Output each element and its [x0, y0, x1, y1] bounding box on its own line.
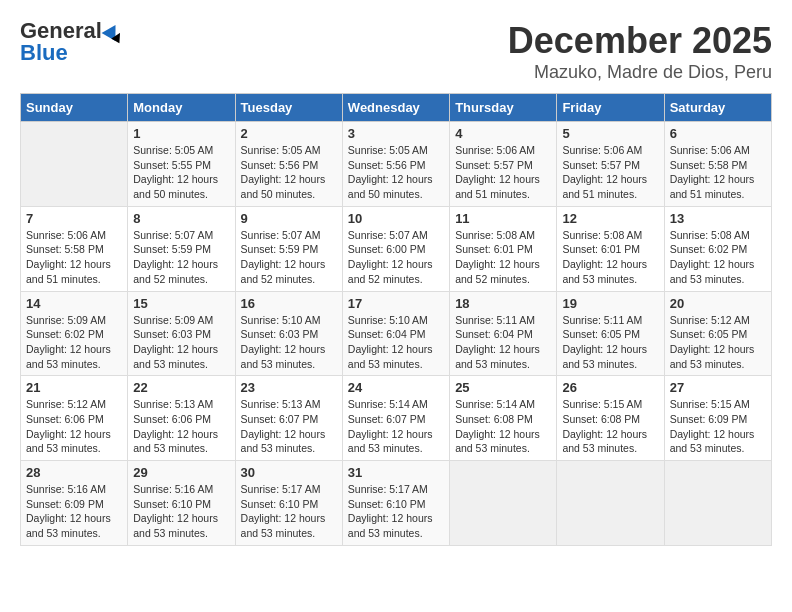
day-info: Sunrise: 5:05 AMSunset: 5:56 PMDaylight:… — [241, 143, 337, 202]
day-info: Sunrise: 5:16 AMSunset: 6:09 PMDaylight:… — [26, 482, 122, 541]
day-cell-12: 12Sunrise: 5:08 AMSunset: 6:01 PMDayligh… — [557, 206, 664, 291]
day-number: 28 — [26, 465, 122, 480]
day-cell-25: 25Sunrise: 5:14 AMSunset: 6:08 PMDayligh… — [450, 376, 557, 461]
day-cell-7: 7Sunrise: 5:06 AMSunset: 5:58 PMDaylight… — [21, 206, 128, 291]
day-number: 6 — [670, 126, 766, 141]
day-number: 13 — [670, 211, 766, 226]
day-cell-2: 2Sunrise: 5:05 AMSunset: 5:56 PMDaylight… — [235, 122, 342, 207]
weekday-header-wednesday: Wednesday — [342, 94, 449, 122]
day-cell-5: 5Sunrise: 5:06 AMSunset: 5:57 PMDaylight… — [557, 122, 664, 207]
day-number: 4 — [455, 126, 551, 141]
calendar-row-1: 1Sunrise: 5:05 AMSunset: 5:55 PMDaylight… — [21, 122, 772, 207]
day-cell-10: 10Sunrise: 5:07 AMSunset: 6:00 PMDayligh… — [342, 206, 449, 291]
day-info: Sunrise: 5:05 AMSunset: 5:55 PMDaylight:… — [133, 143, 229, 202]
day-cell-20: 20Sunrise: 5:12 AMSunset: 6:05 PMDayligh… — [664, 291, 771, 376]
day-cell-17: 17Sunrise: 5:10 AMSunset: 6:04 PMDayligh… — [342, 291, 449, 376]
weekday-header-row: SundayMondayTuesdayWednesdayThursdayFrid… — [21, 94, 772, 122]
month-title: December 2025 — [508, 20, 772, 62]
day-cell-22: 22Sunrise: 5:13 AMSunset: 6:06 PMDayligh… — [128, 376, 235, 461]
empty-cell — [557, 461, 664, 546]
day-info: Sunrise: 5:10 AMSunset: 6:03 PMDaylight:… — [241, 313, 337, 372]
logo-icon: ▲ — [102, 21, 123, 41]
day-number: 10 — [348, 211, 444, 226]
day-info: Sunrise: 5:08 AMSunset: 6:01 PMDaylight:… — [562, 228, 658, 287]
empty-cell — [21, 122, 128, 207]
day-info: Sunrise: 5:14 AMSunset: 6:07 PMDaylight:… — [348, 397, 444, 456]
day-info: Sunrise: 5:14 AMSunset: 6:08 PMDaylight:… — [455, 397, 551, 456]
day-info: Sunrise: 5:15 AMSunset: 6:09 PMDaylight:… — [670, 397, 766, 456]
day-number: 29 — [133, 465, 229, 480]
day-number: 20 — [670, 296, 766, 311]
day-info: Sunrise: 5:07 AMSunset: 5:59 PMDaylight:… — [133, 228, 229, 287]
day-number: 14 — [26, 296, 122, 311]
day-number: 7 — [26, 211, 122, 226]
day-info: Sunrise: 5:15 AMSunset: 6:08 PMDaylight:… — [562, 397, 658, 456]
day-info: Sunrise: 5:08 AMSunset: 6:01 PMDaylight:… — [455, 228, 551, 287]
day-info: Sunrise: 5:09 AMSunset: 6:03 PMDaylight:… — [133, 313, 229, 372]
day-cell-23: 23Sunrise: 5:13 AMSunset: 6:07 PMDayligh… — [235, 376, 342, 461]
day-info: Sunrise: 5:12 AMSunset: 6:06 PMDaylight:… — [26, 397, 122, 456]
day-info: Sunrise: 5:07 AMSunset: 6:00 PMDaylight:… — [348, 228, 444, 287]
day-info: Sunrise: 5:11 AMSunset: 6:04 PMDaylight:… — [455, 313, 551, 372]
day-number: 12 — [562, 211, 658, 226]
day-number: 11 — [455, 211, 551, 226]
day-info: Sunrise: 5:10 AMSunset: 6:04 PMDaylight:… — [348, 313, 444, 372]
day-number: 19 — [562, 296, 658, 311]
calendar-row-5: 28Sunrise: 5:16 AMSunset: 6:09 PMDayligh… — [21, 461, 772, 546]
day-cell-14: 14Sunrise: 5:09 AMSunset: 6:02 PMDayligh… — [21, 291, 128, 376]
day-number: 15 — [133, 296, 229, 311]
empty-cell — [450, 461, 557, 546]
day-number: 30 — [241, 465, 337, 480]
day-cell-3: 3Sunrise: 5:05 AMSunset: 5:56 PMDaylight… — [342, 122, 449, 207]
day-cell-13: 13Sunrise: 5:08 AMSunset: 6:02 PMDayligh… — [664, 206, 771, 291]
day-cell-26: 26Sunrise: 5:15 AMSunset: 6:08 PMDayligh… — [557, 376, 664, 461]
day-cell-8: 8Sunrise: 5:07 AMSunset: 5:59 PMDaylight… — [128, 206, 235, 291]
day-cell-15: 15Sunrise: 5:09 AMSunset: 6:03 PMDayligh… — [128, 291, 235, 376]
day-number: 23 — [241, 380, 337, 395]
day-info: Sunrise: 5:17 AMSunset: 6:10 PMDaylight:… — [348, 482, 444, 541]
day-info: Sunrise: 5:12 AMSunset: 6:05 PMDaylight:… — [670, 313, 766, 372]
calendar-table: SundayMondayTuesdayWednesdayThursdayFrid… — [20, 93, 772, 546]
day-cell-4: 4Sunrise: 5:06 AMSunset: 5:57 PMDaylight… — [450, 122, 557, 207]
day-number: 18 — [455, 296, 551, 311]
day-number: 2 — [241, 126, 337, 141]
day-number: 25 — [455, 380, 551, 395]
day-number: 9 — [241, 211, 337, 226]
day-cell-30: 30Sunrise: 5:17 AMSunset: 6:10 PMDayligh… — [235, 461, 342, 546]
day-cell-21: 21Sunrise: 5:12 AMSunset: 6:06 PMDayligh… — [21, 376, 128, 461]
day-info: Sunrise: 5:07 AMSunset: 5:59 PMDaylight:… — [241, 228, 337, 287]
day-number: 27 — [670, 380, 766, 395]
weekday-header-saturday: Saturday — [664, 94, 771, 122]
day-cell-27: 27Sunrise: 5:15 AMSunset: 6:09 PMDayligh… — [664, 376, 771, 461]
calendar-row-4: 21Sunrise: 5:12 AMSunset: 6:06 PMDayligh… — [21, 376, 772, 461]
weekday-header-monday: Monday — [128, 94, 235, 122]
day-cell-28: 28Sunrise: 5:16 AMSunset: 6:09 PMDayligh… — [21, 461, 128, 546]
day-number: 8 — [133, 211, 229, 226]
day-number: 22 — [133, 380, 229, 395]
day-info: Sunrise: 5:13 AMSunset: 6:06 PMDaylight:… — [133, 397, 229, 456]
logo-general-text: General — [20, 20, 102, 42]
day-cell-29: 29Sunrise: 5:16 AMSunset: 6:10 PMDayligh… — [128, 461, 235, 546]
day-cell-11: 11Sunrise: 5:08 AMSunset: 6:01 PMDayligh… — [450, 206, 557, 291]
day-info: Sunrise: 5:13 AMSunset: 6:07 PMDaylight:… — [241, 397, 337, 456]
day-info: Sunrise: 5:17 AMSunset: 6:10 PMDaylight:… — [241, 482, 337, 541]
day-number: 31 — [348, 465, 444, 480]
day-number: 24 — [348, 380, 444, 395]
logo: General ▲ Blue — [20, 20, 120, 64]
weekday-header-sunday: Sunday — [21, 94, 128, 122]
day-cell-6: 6Sunrise: 5:06 AMSunset: 5:58 PMDaylight… — [664, 122, 771, 207]
day-number: 26 — [562, 380, 658, 395]
day-cell-31: 31Sunrise: 5:17 AMSunset: 6:10 PMDayligh… — [342, 461, 449, 546]
calendar-row-2: 7Sunrise: 5:06 AMSunset: 5:58 PMDaylight… — [21, 206, 772, 291]
day-number: 3 — [348, 126, 444, 141]
day-number: 17 — [348, 296, 444, 311]
weekday-header-friday: Friday — [557, 94, 664, 122]
empty-cell — [664, 461, 771, 546]
location-title: Mazuko, Madre de Dios, Peru — [508, 62, 772, 83]
day-info: Sunrise: 5:06 AMSunset: 5:58 PMDaylight:… — [670, 143, 766, 202]
calendar-row-3: 14Sunrise: 5:09 AMSunset: 6:02 PMDayligh… — [21, 291, 772, 376]
day-info: Sunrise: 5:09 AMSunset: 6:02 PMDaylight:… — [26, 313, 122, 372]
day-cell-18: 18Sunrise: 5:11 AMSunset: 6:04 PMDayligh… — [450, 291, 557, 376]
weekday-header-thursday: Thursday — [450, 94, 557, 122]
weekday-header-tuesday: Tuesday — [235, 94, 342, 122]
